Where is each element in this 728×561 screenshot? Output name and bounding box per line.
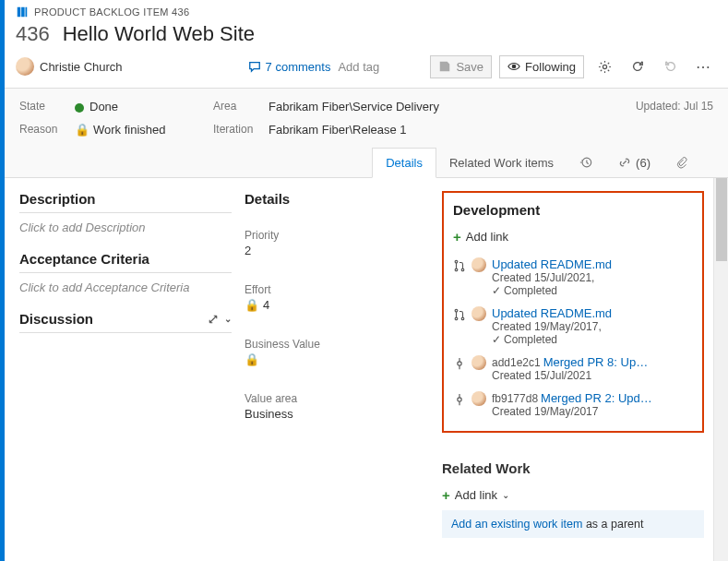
svg-point-8 bbox=[461, 269, 464, 271]
dev-item[interactable]: Updated README.md Created 19/May/2017, ✓… bbox=[453, 306, 693, 346]
commit-icon bbox=[453, 393, 466, 406]
avatar bbox=[471, 306, 486, 321]
dev-item-created: Created 19/May/2017, bbox=[492, 320, 693, 333]
iteration-value[interactable]: Fabrikam Fiber\Release 1 bbox=[269, 123, 564, 137]
lock-icon: 🔒 bbox=[75, 123, 90, 137]
effort-value[interactable]: 🔒4 bbox=[245, 296, 429, 312]
updated-label: Updated: Jul 15 bbox=[636, 100, 713, 113]
follow-label: Following bbox=[525, 60, 576, 74]
reason-label: Reason bbox=[19, 123, 75, 137]
dev-item-link[interactable]: Updated README.md bbox=[492, 257, 612, 271]
svg-point-11 bbox=[461, 317, 464, 320]
avatar bbox=[471, 355, 486, 370]
ellipsis-icon: ⋯ bbox=[696, 58, 712, 76]
lock-icon: 🔒 bbox=[245, 352, 259, 366]
expand-icon[interactable] bbox=[208, 314, 219, 325]
tab-links[interactable]: (6) bbox=[605, 148, 663, 177]
value-area-value[interactable]: Business bbox=[245, 405, 429, 421]
comment-icon bbox=[248, 60, 261, 73]
history-icon bbox=[579, 156, 592, 169]
discussion-heading: Discussion bbox=[19, 311, 93, 327]
breadcrumb-label: PRODUCT BACKLOG ITEM 436 bbox=[34, 6, 189, 18]
effort-label: Effort bbox=[245, 283, 429, 296]
development-section: Development + Add link Updated README.md… bbox=[442, 191, 704, 433]
area-value[interactable]: Fabrikam Fiber\Service Delivery bbox=[269, 100, 564, 113]
acceptance-heading: Acceptance Criteria bbox=[19, 251, 232, 273]
add-tag-button[interactable]: Add tag bbox=[338, 60, 379, 74]
save-label: Save bbox=[456, 60, 483, 74]
avatar bbox=[471, 257, 486, 272]
attachment-icon bbox=[676, 156, 687, 169]
dev-item-link[interactable]: Merged PR 2: Upd… bbox=[541, 391, 652, 405]
refresh-button[interactable] bbox=[625, 54, 650, 78]
svg-point-6 bbox=[455, 260, 458, 263]
svg-rect-0 bbox=[18, 7, 21, 18]
link-icon bbox=[618, 156, 631, 169]
tab-attachments[interactable] bbox=[663, 148, 700, 177]
save-icon bbox=[438, 60, 451, 73]
svg-point-7 bbox=[455, 269, 458, 271]
add-related-link-button[interactable]: + Add link ⌄ bbox=[442, 487, 509, 503]
add-existing-work-item-banner[interactable]: Add an existing work item as a parent bbox=[442, 510, 704, 538]
add-existing-link[interactable]: Add an existing work item bbox=[451, 518, 582, 531]
breadcrumb: PRODUCT BACKLOG ITEM 436 bbox=[5, 0, 728, 18]
follow-button[interactable]: Following bbox=[499, 55, 584, 78]
state-value[interactable]: Done bbox=[75, 100, 213, 113]
business-value-value[interactable]: 🔒 bbox=[245, 351, 429, 366]
avatar bbox=[16, 57, 34, 76]
state-label: State bbox=[19, 100, 75, 113]
check-icon: ✓ bbox=[492, 284, 501, 297]
chevron-down-icon[interactable]: ⌄ bbox=[224, 314, 232, 324]
dev-item-link[interactable]: Updated README.md bbox=[492, 306, 612, 320]
scrollbar[interactable] bbox=[713, 178, 728, 561]
tab-related-work-items[interactable]: Related Work items bbox=[436, 148, 567, 177]
comments-button[interactable]: 7 comments bbox=[248, 60, 331, 74]
scrollbar-thumb[interactable] bbox=[716, 178, 727, 261]
plus-icon: + bbox=[442, 487, 450, 503]
refresh-icon bbox=[631, 60, 644, 73]
commit-hash: add1e2c1 bbox=[492, 356, 541, 369]
backlog-item-icon bbox=[16, 6, 29, 18]
work-item-title[interactable]: Hello World Web Site bbox=[63, 22, 255, 46]
details-heading: Details bbox=[245, 191, 429, 212]
svg-point-9 bbox=[455, 309, 458, 312]
assignee-picker[interactable]: Christie Church bbox=[16, 57, 123, 76]
priority-value[interactable]: 2 bbox=[245, 242, 429, 257]
dev-item-created: Created 19/May/2017 bbox=[492, 405, 693, 418]
add-tag-label: Add tag bbox=[338, 60, 379, 74]
iteration-label: Iteration bbox=[213, 123, 269, 137]
development-heading: Development bbox=[453, 202, 693, 223]
pull-request-icon bbox=[453, 259, 466, 272]
gear-icon bbox=[598, 60, 612, 74]
dev-item[interactable]: fb9177d8Merged PR 2: Upd… Created 19/May… bbox=[453, 391, 693, 418]
dev-item[interactable]: add1e2c1Merged PR 8: Up… Created 15/Jul/… bbox=[453, 355, 693, 382]
pull-request-icon bbox=[453, 308, 466, 321]
dev-item-created: Created 15/Jul/2021 bbox=[492, 369, 693, 382]
revert-button[interactable] bbox=[658, 54, 684, 78]
more-actions-button[interactable]: ⋯ bbox=[691, 54, 717, 78]
comments-label: 7 comments bbox=[266, 60, 331, 74]
svg-point-12 bbox=[458, 362, 461, 365]
svg-point-13 bbox=[458, 398, 461, 401]
acceptance-input[interactable]: Click to add Acceptance Criteria bbox=[19, 273, 232, 294]
dev-item-link[interactable]: Merged PR 8: Up… bbox=[543, 355, 648, 369]
reason-value[interactable]: 🔒Work finished bbox=[75, 123, 213, 137]
state-dot-icon bbox=[75, 103, 84, 113]
settings-button[interactable] bbox=[591, 54, 617, 78]
svg-point-10 bbox=[455, 317, 458, 320]
tab-details[interactable]: Details bbox=[372, 148, 436, 178]
save-button: Save bbox=[430, 55, 492, 78]
svg-point-3 bbox=[512, 65, 516, 68]
description-input[interactable]: Click to add Description bbox=[19, 213, 232, 234]
chevron-down-icon: ⌄ bbox=[502, 490, 509, 500]
related-work-heading: Related Work bbox=[442, 460, 704, 476]
eye-icon bbox=[507, 60, 520, 73]
assignee-name: Christie Church bbox=[40, 60, 123, 74]
area-label: Area bbox=[213, 100, 269, 113]
value-area-label: Value area bbox=[245, 392, 429, 405]
add-dev-link-button[interactable]: + Add link bbox=[453, 229, 508, 245]
tab-history[interactable] bbox=[567, 148, 605, 177]
lock-icon: 🔒 bbox=[245, 298, 259, 312]
plus-icon: + bbox=[453, 229, 461, 245]
dev-item[interactable]: Updated README.md Created 15/Jul/2021, ✓… bbox=[453, 257, 693, 297]
